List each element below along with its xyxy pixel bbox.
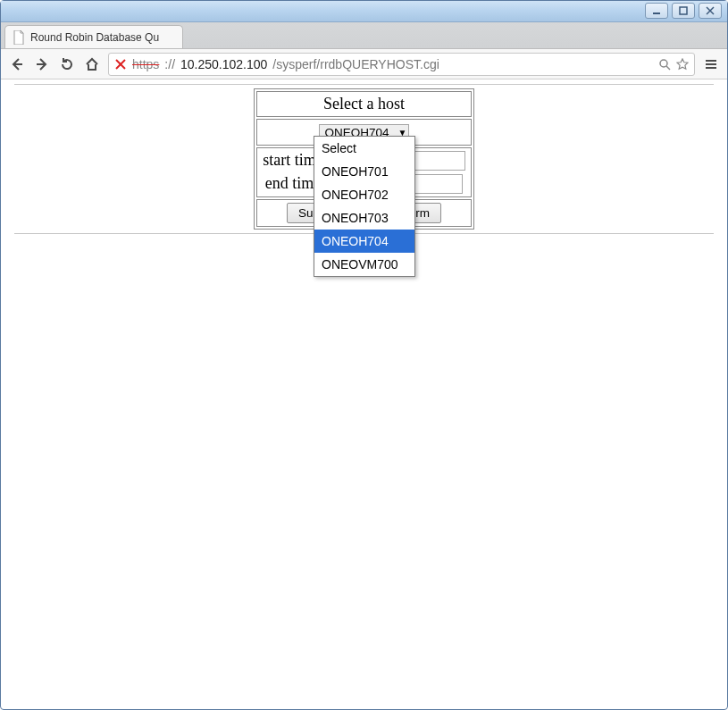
browser-toolbar: https :// 10.250.102.100 /sysperf/rrdbQU… <box>1 49 727 79</box>
divider <box>14 84 714 85</box>
reload-icon <box>60 57 74 71</box>
arrow-left-icon <box>10 57 24 71</box>
host-option-selected[interactable]: ONEOH704 <box>314 230 414 253</box>
svg-point-8 <box>660 60 667 67</box>
browser-window: Round Robin Database Qu https :// 10.250… <box>0 0 728 710</box>
home-icon <box>85 57 99 71</box>
host-option[interactable]: ONEOH701 <box>314 160 414 183</box>
url-host: 10.250.102.100 <box>180 57 267 71</box>
page-viewport: Select a host ONEOH704 ▼ start time: end… <box>2 80 726 708</box>
host-option[interactable]: ONEOVM700 <box>314 253 414 276</box>
close-icon <box>706 6 715 15</box>
tabstrip: Round Robin Database Qu <box>1 22 727 49</box>
nav-back-button[interactable] <box>8 55 26 73</box>
window-minimize-button[interactable] <box>645 3 668 19</box>
nav-reload-button[interactable] <box>58 55 76 73</box>
url-path: /sysperf/rrdbQUERYHOST.cgi <box>272 57 439 71</box>
window-titlebar <box>1 1 727 22</box>
window-close-button[interactable] <box>699 3 722 19</box>
form-header: Select a host <box>256 91 471 117</box>
maximize-icon <box>679 6 688 15</box>
address-bar[interactable]: https :// 10.250.102.100 /sysperf/rrdbQU… <box>108 53 695 76</box>
host-option[interactable]: Select <box>314 137 414 160</box>
arrow-right-icon <box>35 57 49 71</box>
menu-icon <box>704 57 718 71</box>
url-sep1: :// <box>164 57 175 71</box>
url-protocol: https <box>132 57 159 71</box>
page-icon <box>13 30 25 45</box>
host-option[interactable]: ONEOH703 <box>314 206 414 230</box>
tab-title: Round Robin Database Qu <box>30 31 159 44</box>
browser-menu-button[interactable] <box>702 55 720 73</box>
host-option[interactable]: ONEOH702 <box>314 183 414 206</box>
minimize-icon <box>652 6 661 15</box>
star-icon[interactable] <box>676 58 689 71</box>
svg-line-9 <box>666 66 670 70</box>
insecure-icon <box>114 58 127 71</box>
window-maximize-button[interactable] <box>672 3 695 19</box>
svg-rect-1 <box>680 7 687 14</box>
zoom-icon[interactable] <box>658 58 671 71</box>
host-select-listbox[interactable]: Select ONEOH701 ONEOH702 ONEOH703 ONEOH7… <box>314 136 415 277</box>
nav-forward-button[interactable] <box>33 55 51 73</box>
browser-tab[interactable]: Round Robin Database Qu <box>4 25 183 48</box>
nav-home-button[interactable] <box>83 55 101 73</box>
